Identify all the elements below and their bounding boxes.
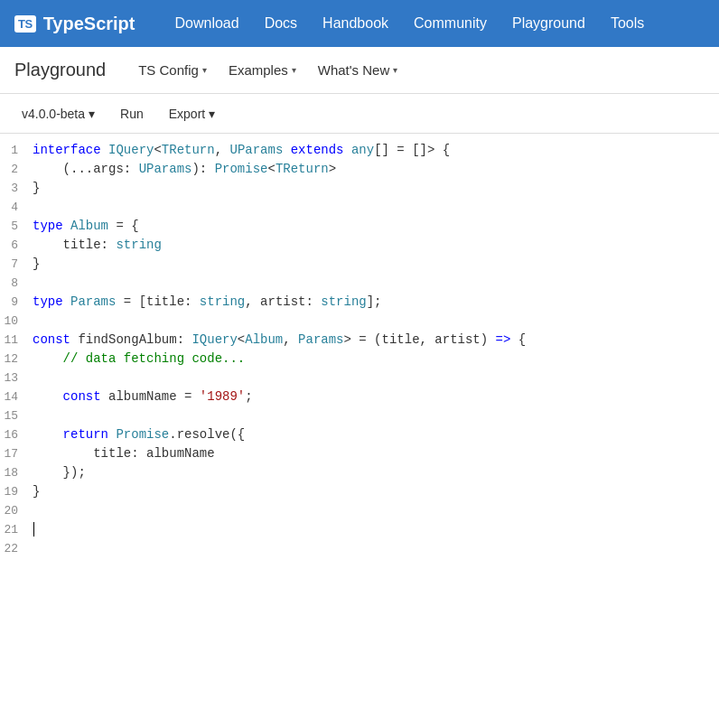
line-number: 2 [0,160,33,179]
examples-label: Examples [229,62,288,78]
code-line: 3} [0,179,719,198]
line-code: } [33,179,719,198]
line-number: 8 [0,274,33,293]
download-link[interactable]: Download [164,8,250,39]
code-line: 4 [0,198,719,217]
ts-config-chevron-icon: ▾ [202,65,207,75]
logo-link[interactable]: TS TypeScript [14,14,135,34]
line-number: 20 [0,501,33,520]
nav-links: Download Docs Handbook Community Playgro… [164,8,656,39]
examples-chevron-icon: ▾ [292,65,296,75]
line-code: const findSongAlbum: IQuery<Album, Param… [33,331,719,350]
examples-btn[interactable]: Examples ▾ [218,55,307,85]
line-number: 13 [0,369,33,387]
docs-link[interactable]: Docs [254,8,308,39]
line-code [33,406,719,425]
code-line: 9type Params = [title: string, artist: s… [0,293,719,312]
line-number: 17 [0,444,33,463]
line-code: (...args: UParams): Promise<TReturn> [33,160,719,179]
playground-title: Playground [14,60,106,80]
line-code: interface IQuery<TReturn, UParams extend… [33,141,719,160]
line-code: title: albumName [33,444,719,463]
line-number: 7 [0,255,33,274]
sub-nav: Playground TS Config ▾ Examples ▾ What's… [0,47,719,94]
line-number: 3 [0,179,33,198]
code-line: 5type Album = { [0,217,719,236]
line-number: 16 [0,425,33,444]
line-code [33,198,719,217]
code-line: 22 [0,539,719,558]
line-number: 11 [0,331,33,350]
line-number: 12 [0,350,33,369]
line-number: 14 [0,387,33,406]
code-line: 11const findSongAlbum: IQuery<Album, Par… [0,331,719,350]
line-code [33,312,719,331]
line-number: 9 [0,293,33,312]
whats-new-label: What's New [318,62,390,78]
line-number: 10 [0,312,33,331]
code-line: 7} [0,255,719,274]
line-code: } [33,482,719,501]
version-label: v4.0.0-beta [22,107,85,121]
code-line: 15 [0,406,719,425]
ts-badge: TS [14,15,36,33]
line-number: 18 [0,463,33,482]
editor-area[interactable]: 1interface IQuery<TReturn, UParams exten… [0,134,719,565]
top-nav: TS TypeScript Download Docs Handbook Com… [0,0,719,47]
ts-config-btn[interactable]: TS Config ▾ [127,55,218,85]
text-cursor [33,522,34,537]
line-code: }); [33,463,719,482]
handbook-link[interactable]: Handbook [312,8,399,39]
line-number: 6 [0,236,33,255]
line-code [33,274,719,293]
line-code [33,520,719,539]
line-code [33,501,719,520]
code-line: 13 [0,369,719,387]
line-code: // data fetching code... [33,350,719,369]
code-line: 21 [0,520,719,539]
line-number: 5 [0,217,33,236]
line-number: 1 [0,141,33,160]
run-btn[interactable]: Run [109,103,154,125]
code-line: 8 [0,274,719,293]
logo-text: TypeScript [43,14,135,34]
code-line: 2 (...args: UParams): Promise<TReturn> [0,160,719,179]
code-line: 14 const albumName = '1989'; [0,387,719,406]
export-btn[interactable]: Export ▾ [162,103,222,125]
version-chevron-icon: ▾ [89,107,95,121]
line-number: 4 [0,198,33,217]
line-number: 22 [0,539,33,558]
export-label: Export [169,107,205,121]
whats-new-btn[interactable]: What's New ▾ [307,55,409,85]
code-line: 17 title: albumName [0,444,719,463]
line-code: const albumName = '1989'; [33,387,719,406]
line-code: } [33,255,719,274]
code-line: 6 title: string [0,236,719,255]
line-code: type Params = [title: string, artist: st… [33,293,719,312]
toolbar: v4.0.0-beta ▾ Run Export ▾ [0,94,719,134]
line-code: return Promise.resolve({ [33,425,719,444]
whats-new-chevron-icon: ▾ [393,65,397,75]
code-line: 20 [0,501,719,520]
code-line: 1interface IQuery<TReturn, UParams exten… [0,141,719,160]
tools-link[interactable]: Tools [600,8,655,39]
line-number: 15 [0,406,33,425]
line-code [33,539,719,558]
export-chevron-icon: ▾ [209,107,215,121]
line-code: title: string [33,236,719,255]
line-number: 19 [0,482,33,501]
version-btn[interactable]: v4.0.0-beta ▾ [14,103,102,125]
ts-config-label: TS Config [138,62,199,78]
community-link[interactable]: Community [403,8,498,39]
code-line: 19} [0,482,719,501]
code-line: 16 return Promise.resolve({ [0,425,719,444]
code-line: 10 [0,312,719,331]
playground-nav-link[interactable]: Playground [501,8,596,39]
line-number: 21 [0,520,33,539]
line-code [33,369,719,387]
code-line: 12 // data fetching code... [0,350,719,369]
line-code: type Album = { [33,217,719,236]
code-line: 18 }); [0,463,719,482]
